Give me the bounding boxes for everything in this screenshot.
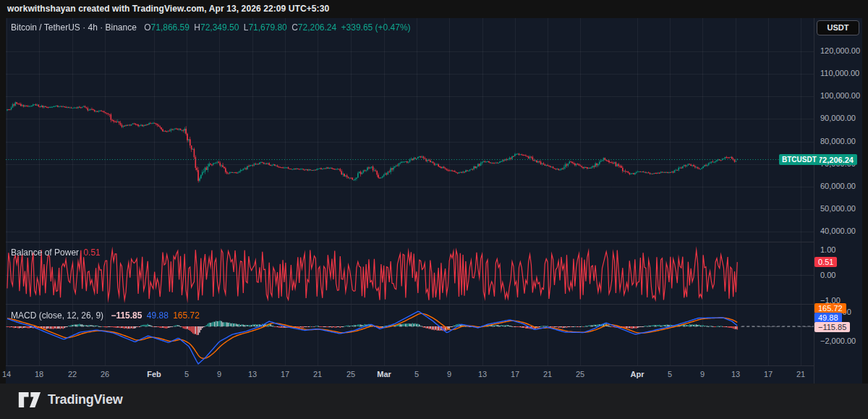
- price-axis-label: 60,000.00: [820, 182, 856, 190]
- time-axis-label: 14: [2, 370, 11, 378]
- macd-axis-label: −2,000.00: [820, 337, 856, 345]
- time-axis-month-label: Feb: [147, 370, 161, 378]
- price-axis-label: 40,000.00: [820, 227, 856, 235]
- macd-hist-badge: −115.85: [814, 322, 850, 332]
- tradingview-wordmark: TradingView: [48, 392, 123, 407]
- symbol-legend: Bitcoin / TetherUS · 4h · Binance O71,86…: [11, 22, 411, 33]
- bop-axis-label: 1.00: [820, 245, 835, 254]
- macd-legend: MACD (close, 12, 26, 9) −115.85 49.88 16…: [11, 310, 200, 321]
- time-axis-label: 9: [447, 370, 451, 378]
- bop-axis-label: 0.00: [820, 271, 835, 279]
- macd-line-value: 49.88: [147, 310, 169, 321]
- change-value: +339.65 (+0.47%): [341, 22, 411, 33]
- bop-value: 0.51: [83, 247, 100, 258]
- attribution-bar: workwithshayan created with TradingView.…: [0, 0, 868, 18]
- price-axis-label: 110,000.00: [820, 69, 859, 77]
- tradingview-snapshot: workwithshayan created with TradingView.…: [0, 0, 868, 419]
- time-axis-label: 13: [248, 370, 257, 378]
- tradingview-brand[interactable]: TradingView: [17, 392, 123, 408]
- time-axis-label: 21: [313, 370, 322, 378]
- last-price-badge: 72,206.24: [814, 154, 857, 165]
- time-axis-label: 9: [700, 370, 705, 378]
- price-pane-canvas[interactable]: [6, 18, 814, 242]
- attribution-text: workwithshayan created with TradingView.…: [7, 4, 329, 14]
- open-value: 71,866.59: [151, 22, 190, 33]
- time-axis[interactable]: 14182226Feb5913172125Mar5913172125Apr591…: [6, 365, 814, 384]
- open-label: O: [144, 22, 150, 33]
- bop-title[interactable]: Balance of Power: [11, 247, 79, 258]
- time-axis-label: 13: [478, 370, 487, 378]
- symbol-title[interactable]: Bitcoin / TetherUS · 4h · Binance: [11, 22, 137, 33]
- time-axis-label: 5: [668, 370, 672, 378]
- price-axis-label: 120,000.00: [820, 46, 860, 55]
- time-axis-label: 21: [796, 370, 805, 378]
- bop-value-badge: 0.51: [814, 257, 837, 267]
- time-axis-label: 25: [346, 370, 355, 378]
- time-axis-month-label: Mar: [377, 370, 391, 378]
- time-axis-label: 17: [281, 370, 289, 378]
- macd-title[interactable]: MACD (close, 12, 26, 9): [11, 310, 103, 321]
- close-value: 72,206.24: [298, 22, 336, 33]
- time-axis-label: 13: [731, 370, 740, 378]
- price-axis-label: 100,000.00: [820, 91, 860, 100]
- price-axis-label: 50,000.00: [820, 204, 856, 213]
- time-axis-label: 22: [68, 370, 77, 378]
- price-axis-label: 90,000.00: [820, 114, 856, 122]
- macd-hist-value: −115.85: [111, 310, 142, 321]
- time-axis-label: 17: [764, 370, 773, 378]
- time-axis-label: 18: [35, 370, 43, 378]
- macd-line-badge: 49.88: [814, 313, 842, 323]
- price-axis-label: 80,000.00: [820, 137, 856, 145]
- chart-frame: Bitcoin / TetherUS · 4h · Binance O71,86…: [6, 18, 862, 384]
- time-axis-month-label: Apr: [631, 370, 644, 378]
- tradingview-logo-icon: [17, 392, 41, 408]
- time-axis-label: 5: [414, 370, 419, 378]
- bop-legend: Balance of Power 0.51: [11, 247, 101, 258]
- balance-of-power-pane-canvas[interactable]: [6, 242, 814, 304]
- time-axis-label: 17: [511, 370, 519, 378]
- pane-divider[interactable]: [6, 242, 862, 242]
- close-label: C: [292, 22, 298, 33]
- pane-divider[interactable]: [6, 304, 862, 305]
- low-value: 71,679.80: [248, 22, 286, 33]
- footer-bar: TradingView: [0, 384, 868, 419]
- time-axis-label: 9: [217, 370, 221, 378]
- last-price-symbol-tag: BTCUSDT: [779, 154, 820, 165]
- currency-button[interactable]: USDT: [817, 20, 859, 35]
- high-value: 72,349.50: [200, 22, 239, 33]
- time-axis-label: 26: [101, 370, 109, 378]
- time-axis-label: 5: [184, 370, 189, 378]
- macd-signal-badge: 165.72: [814, 303, 846, 313]
- macd-signal-value: 165.72: [173, 310, 200, 321]
- price-axis[interactable]: USDT 120,000.00110,000.00100,000.0090,00…: [814, 18, 862, 384]
- high-label: H: [194, 22, 200, 33]
- time-axis-label: 21: [543, 370, 552, 378]
- time-axis-label: 25: [576, 370, 584, 378]
